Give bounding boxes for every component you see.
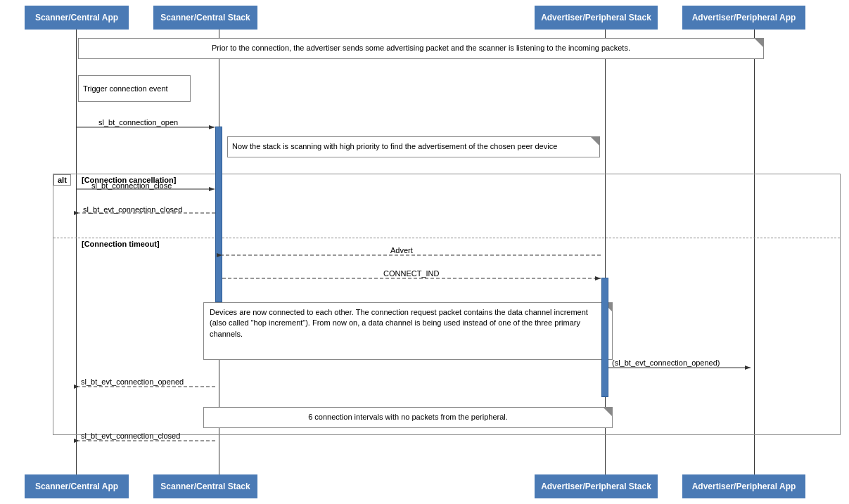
label-sl-bt-evt-connection-opened-peripheral: (sl_bt_evt_connection_opened) [612,358,720,367]
footer-advertiser-app: Advertiser/Peripheral App [682,474,805,498]
label-sl-bt-evt-connection-opened-central: sl_bt_evt_connection_opened [81,377,184,386]
note-scanning: Now the stack is scanning with high prio… [227,136,600,157]
label-advert: Advert [390,246,413,254]
header-advertiser-stack: Advertiser/Peripheral Stack [535,6,658,30]
note-connected: Devices are now connected to each other.… [203,302,613,360]
alt-guard-timeout: [Connection timeout] [82,240,160,248]
header-scanner-stack: Scanner/Central Stack [153,6,257,30]
footer-advertiser-stack: Advertiser/Peripheral Stack [535,474,658,498]
activation-advertiser-stack-1 [601,278,608,397]
note-intervals: 6 connection intervals with no packets f… [203,407,613,428]
label-sl-bt-evt-connection-closed-cancel: sl_bt_evt_connection_closed [83,205,182,214]
sequence-diagram: Scanner/Central App Scanner/Central Stac… [0,0,849,504]
label-connect-ind: CONNECT_IND [383,269,439,278]
header-advertiser-app: Advertiser/Peripheral App [682,6,805,30]
trigger-box: Trigger connection event [78,75,191,102]
alt-divider [53,238,840,238]
label-sl-bt-evt-connection-closed-timeout: sl_bt_evt_connection_closed [81,432,180,440]
label-sl-bt-connection-open: sl_bt_connection_open [98,118,178,127]
label-sl-bt-connection-close: sl_bt_connection_close [91,181,172,190]
note-prior: Prior to the connection, the advertiser … [78,38,764,59]
activation-scanner-stack-1 [215,127,222,302]
alt-label: alt [53,174,71,186]
footer-scanner-app: Scanner/Central App [25,474,129,498]
header-scanner-app: Scanner/Central App [25,6,129,30]
footer-scanner-stack: Scanner/Central Stack [153,474,257,498]
